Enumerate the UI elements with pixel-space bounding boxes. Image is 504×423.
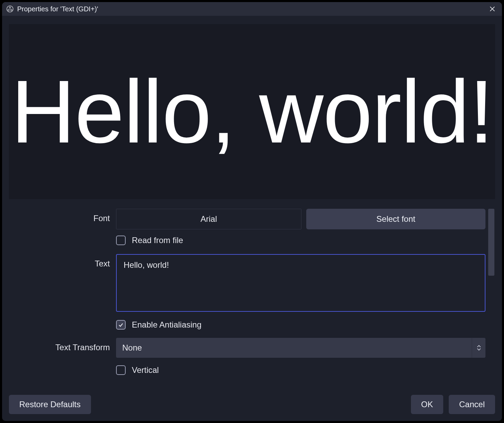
svg-point-3 xyxy=(11,9,12,11)
ok-button[interactable]: OK xyxy=(411,395,444,414)
svg-point-1 xyxy=(9,7,11,8)
form-area: Font Arial Select font Read from file xyxy=(9,209,495,387)
checkbox-icon xyxy=(116,365,126,375)
scrollbar[interactable] xyxy=(488,209,494,387)
restore-defaults-button[interactable]: Restore Defaults xyxy=(9,395,91,414)
font-label: Font xyxy=(9,209,116,223)
text-transform-select[interactable]: None xyxy=(116,338,485,358)
checkbox-icon xyxy=(116,236,126,245)
select-font-button[interactable]: Select font xyxy=(306,209,485,229)
font-display: Arial xyxy=(116,209,301,229)
text-label: Text xyxy=(9,254,116,268)
antialias-label: Enable Antialiasing xyxy=(132,320,202,330)
read-from-file-row: Read from file xyxy=(9,236,485,245)
read-from-file-checkbox[interactable]: Read from file xyxy=(116,236,183,245)
read-from-file-label: Read from file xyxy=(132,236,183,245)
text-transform-value: None xyxy=(122,343,142,353)
close-icon[interactable] xyxy=(487,3,498,14)
vertical-checkbox[interactable]: Vertical xyxy=(116,365,159,375)
scrollbar-thumb[interactable] xyxy=(488,209,494,276)
vertical-row: Vertical xyxy=(9,365,485,375)
select-spinner-icon xyxy=(472,338,485,358)
vertical-label: Vertical xyxy=(132,365,159,375)
obs-icon xyxy=(6,5,14,13)
text-transform-row: Text Transform None xyxy=(9,338,485,358)
preview-text: Hello, world! xyxy=(11,67,493,156)
window-title: Properties for 'Text (GDI+)' xyxy=(17,5,98,13)
antialias-row: Enable Antialiasing xyxy=(9,320,485,330)
properties-dialog: Properties for 'Text (GDI+)' Hello, worl… xyxy=(2,2,502,421)
antialias-checkbox[interactable]: Enable Antialiasing xyxy=(116,320,202,330)
text-input[interactable] xyxy=(116,254,485,312)
checkbox-checked-icon xyxy=(116,320,126,330)
cancel-button[interactable]: Cancel xyxy=(449,395,495,414)
text-transform-label: Text Transform xyxy=(9,338,116,352)
dialog-content: Hello, world! Font Arial Select font xyxy=(2,16,502,393)
preview-area: Hello, world! xyxy=(9,24,495,199)
titlebar: Properties for 'Text (GDI+)' xyxy=(2,2,502,16)
svg-point-2 xyxy=(8,9,9,11)
dialog-footer: Restore Defaults OK Cancel xyxy=(2,393,502,421)
font-row: Font Arial Select font xyxy=(9,209,485,229)
text-row: Text xyxy=(9,254,485,313)
